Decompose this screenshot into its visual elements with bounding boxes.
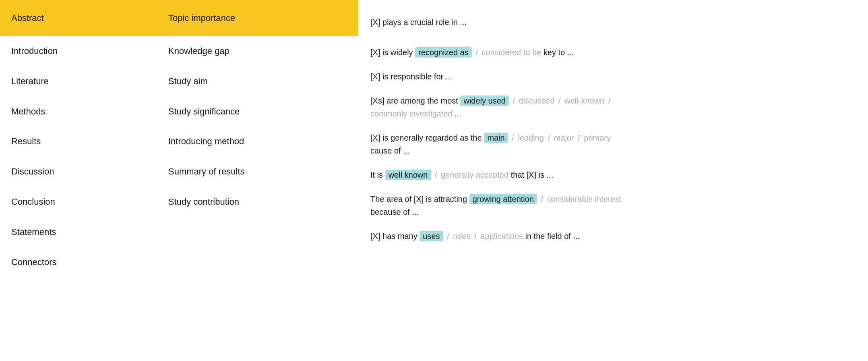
list-item-study-aim[interactable]: Study aim: [157, 66, 358, 97]
list-item-results[interactable]: Results: [0, 127, 157, 157]
left-header: Abstract: [0, 0, 157, 36]
phrase-8-alt1: roles: [453, 232, 470, 241]
phrase-4-alt1: discussed: [519, 96, 555, 105]
phrase-5-prefix: [X] is generally regarded as the: [370, 133, 484, 142]
phrase-2-suffix: key to ...: [544, 48, 574, 57]
middle-column: Topic importance Knowledge gap Study aim…: [157, 0, 358, 361]
list-item-conclusion[interactable]: Conclusion: [0, 187, 157, 217]
phrase-7: The area of [X] is attracting growing at…: [370, 187, 868, 224]
phrase-4-highlight[interactable]: widely used: [460, 95, 509, 106]
phrase-1: [X] plays a crucial role in ...: [370, 16, 467, 29]
phrase-5: [X] is generally regarded as the main / …: [370, 126, 868, 163]
phrase-7-alt1: considerable interest: [547, 195, 622, 203]
list-item-connectors[interactable]: Connectors: [0, 247, 157, 278]
phrase-1-text: [X] plays a crucial role in ...: [370, 18, 467, 27]
phrase-6-prefix: It is: [370, 170, 385, 179]
list-item-methods[interactable]: Methods: [0, 97, 157, 127]
phrase-6-suffix: that [X] is ...: [511, 170, 554, 179]
phrase-2-alt1: considered to be: [482, 48, 541, 57]
phrase-2-prefix: [X] is widely: [370, 48, 415, 57]
phrase-4-alt2: well-known: [564, 96, 604, 105]
phrase-6: It is well known / generally accepted th…: [370, 163, 868, 187]
phrase-4-prefix: [Xs] are among the most: [370, 96, 460, 105]
list-item-introducing-method[interactable]: Introducing method: [157, 127, 358, 157]
phrase-2-highlight[interactable]: recognized as: [415, 47, 472, 58]
phrase-7-prefix: The area of [X] is attracting: [370, 195, 469, 203]
phrase-6-alt1: generally accepted: [441, 170, 508, 179]
phrase-8-highlight[interactable]: uses: [420, 231, 443, 241]
phrase-8-alt2: applications: [480, 232, 523, 241]
phrase-7-suffix: because of ...: [370, 207, 419, 216]
right-header-spacer: [X] plays a crucial role in ...: [370, 4, 868, 40]
phrase-3: [X] is responsible for ...: [370, 64, 868, 89]
phrase-5-alt3: primary: [584, 133, 611, 142]
phrase-6-highlight[interactable]: well known: [385, 170, 431, 180]
phrase-4-suffix: ...: [455, 109, 461, 118]
phrase-4-alt3: commonly investigated: [370, 109, 452, 118]
phrase-5-highlight[interactable]: main: [484, 133, 508, 143]
phrase-5-alt2: major: [554, 133, 574, 142]
list-item-summary-of-results[interactable]: Summary of results: [157, 157, 358, 187]
main-layout: Abstract Introduction Literature Methods…: [0, 0, 868, 361]
phrase-8-suffix: in the field of ...: [525, 232, 580, 241]
left-column: Abstract Introduction Literature Methods…: [0, 0, 157, 361]
phrase-8: [X] has many uses / roles / applications…: [370, 224, 868, 248]
phrase-4: [Xs] are among the most widely used / di…: [370, 89, 868, 126]
left-header-label: Abstract: [11, 13, 44, 23]
phrase-7-highlight[interactable]: growing attention: [469, 194, 537, 204]
middle-header-label: Topic importance: [168, 13, 235, 23]
phrase-2: [X] is widely recognized as / considered…: [370, 40, 868, 64]
list-item-study-contribution[interactable]: Study contribution: [157, 187, 358, 217]
phrase-8-prefix: [X] has many: [370, 232, 420, 241]
list-item-literature[interactable]: Literature: [0, 66, 157, 97]
list-item-study-significance[interactable]: Study significance: [157, 97, 358, 127]
list-item-statements[interactable]: Statements: [0, 217, 157, 247]
middle-header: Topic importance: [157, 0, 358, 36]
list-item-discussion[interactable]: Discussion: [0, 157, 157, 187]
phrase-5-suffix: cause of ...: [370, 146, 410, 155]
phrase-5-alt1: leading: [518, 133, 544, 142]
phrase-3-text: [X] is responsible for ...: [370, 72, 452, 81]
list-item-introduction[interactable]: Introduction: [0, 36, 157, 66]
list-item-knowledge-gap[interactable]: Knowledge gap: [157, 36, 358, 66]
right-column: [X] plays a crucial role in ... [X] is w…: [358, 0, 868, 361]
